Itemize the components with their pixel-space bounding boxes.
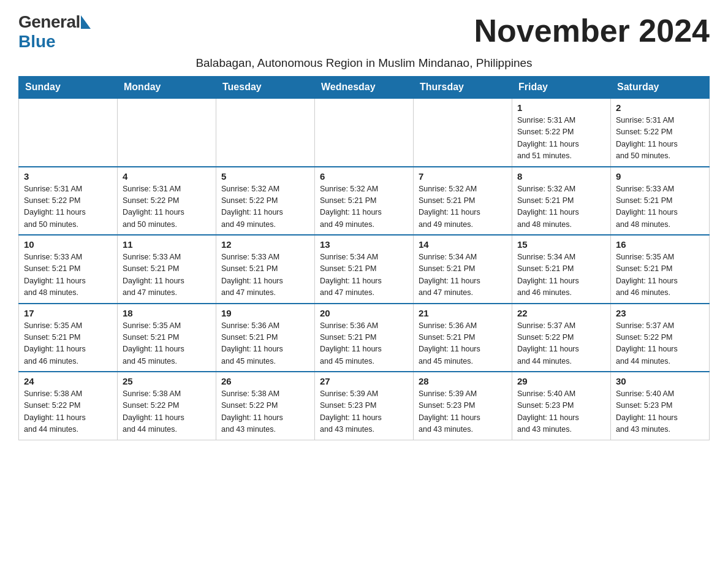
day-number: 25 [123, 376, 211, 386]
day-number: 16 [616, 239, 704, 250]
calendar-week-row-3: 10Sunrise: 5:33 AM Sunset: 5:21 PM Dayli… [19, 235, 710, 304]
weekday-header-wednesday: Wednesday [315, 77, 414, 99]
day-number: 10 [24, 239, 112, 250]
day-number: 21 [419, 308, 507, 318]
calendar-table: SundayMondayTuesdayWednesdayThursdayFrid… [18, 76, 710, 440]
day-info: Sunrise: 5:38 AM Sunset: 5:22 PM Dayligh… [221, 388, 309, 436]
calendar-cell: 26Sunrise: 5:38 AM Sunset: 5:22 PM Dayli… [216, 372, 315, 440]
calendar-cell: 30Sunrise: 5:40 AM Sunset: 5:23 PM Dayli… [611, 372, 710, 440]
day-number: 13 [320, 239, 408, 250]
calendar-cell: 13Sunrise: 5:34 AM Sunset: 5:21 PM Dayli… [315, 235, 414, 304]
day-info: Sunrise: 5:39 AM Sunset: 5:23 PM Dayligh… [320, 388, 408, 436]
day-info: Sunrise: 5:33 AM Sunset: 5:21 PM Dayligh… [123, 251, 211, 299]
calendar-cell [118, 98, 216, 167]
day-info: Sunrise: 5:32 AM Sunset: 5:21 PM Dayligh… [419, 183, 507, 231]
day-number: 4 [123, 171, 211, 182]
day-info: Sunrise: 5:37 AM Sunset: 5:22 PM Dayligh… [517, 320, 605, 368]
day-info: Sunrise: 5:33 AM Sunset: 5:21 PM Dayligh… [616, 183, 704, 231]
day-number: 24 [24, 376, 112, 386]
calendar-cell: 23Sunrise: 5:37 AM Sunset: 5:22 PM Dayli… [611, 304, 710, 372]
calendar-cell: 1Sunrise: 5:31 AM Sunset: 5:22 PM Daylig… [512, 98, 611, 167]
day-number: 3 [24, 171, 112, 182]
calendar-cell: 4Sunrise: 5:31 AM Sunset: 5:22 PM Daylig… [118, 167, 216, 236]
calendar-week-row-5: 24Sunrise: 5:38 AM Sunset: 5:22 PM Dayli… [19, 372, 710, 440]
calendar-week-row-2: 3Sunrise: 5:31 AM Sunset: 5:22 PM Daylig… [19, 167, 710, 236]
day-number: 7 [419, 171, 507, 182]
day-info: Sunrise: 5:39 AM Sunset: 5:23 PM Dayligh… [419, 388, 507, 436]
day-info: Sunrise: 5:35 AM Sunset: 5:21 PM Dayligh… [616, 251, 704, 299]
day-number: 20 [320, 308, 408, 318]
day-info: Sunrise: 5:38 AM Sunset: 5:22 PM Dayligh… [123, 388, 211, 436]
calendar-cell [414, 98, 512, 167]
calendar-cell: 3Sunrise: 5:31 AM Sunset: 5:22 PM Daylig… [19, 167, 118, 236]
day-info: Sunrise: 5:31 AM Sunset: 5:22 PM Dayligh… [123, 183, 211, 231]
calendar-cell: 28Sunrise: 5:39 AM Sunset: 5:23 PM Dayli… [414, 372, 512, 440]
day-number: 1 [517, 102, 605, 113]
calendar-cell: 24Sunrise: 5:38 AM Sunset: 5:22 PM Dayli… [19, 372, 118, 440]
logo-general-text: General [18, 12, 80, 32]
day-info: Sunrise: 5:32 AM Sunset: 5:21 PM Dayligh… [320, 183, 408, 231]
day-number: 17 [24, 308, 112, 318]
day-info: Sunrise: 5:36 AM Sunset: 5:21 PM Dayligh… [221, 320, 309, 368]
calendar-cell: 14Sunrise: 5:34 AM Sunset: 5:21 PM Dayli… [414, 235, 512, 304]
weekday-header-tuesday: Tuesday [216, 77, 315, 99]
weekday-header-thursday: Thursday [414, 77, 512, 99]
calendar-cell [315, 98, 414, 167]
day-number: 26 [221, 376, 309, 386]
day-info: Sunrise: 5:33 AM Sunset: 5:21 PM Dayligh… [221, 251, 309, 299]
calendar-cell: 27Sunrise: 5:39 AM Sunset: 5:23 PM Dayli… [315, 372, 414, 440]
weekday-header-monday: Monday [118, 77, 216, 99]
day-number: 12 [221, 239, 309, 250]
day-info: Sunrise: 5:35 AM Sunset: 5:21 PM Dayligh… [123, 320, 211, 368]
day-number: 19 [221, 308, 309, 318]
logo: General Blue [18, 12, 91, 52]
calendar-cell: 22Sunrise: 5:37 AM Sunset: 5:22 PM Dayli… [512, 304, 611, 372]
calendar-cell: 29Sunrise: 5:40 AM Sunset: 5:23 PM Dayli… [512, 372, 611, 440]
day-number: 28 [419, 376, 507, 386]
day-number: 14 [419, 239, 507, 250]
calendar-week-row-1: 1Sunrise: 5:31 AM Sunset: 5:22 PM Daylig… [19, 98, 710, 167]
day-info: Sunrise: 5:35 AM Sunset: 5:21 PM Dayligh… [24, 320, 112, 368]
day-number: 27 [320, 376, 408, 386]
day-info: Sunrise: 5:31 AM Sunset: 5:22 PM Dayligh… [517, 115, 605, 163]
day-number: 22 [517, 308, 605, 318]
calendar-cell: 10Sunrise: 5:33 AM Sunset: 5:21 PM Dayli… [19, 235, 118, 304]
logo-triangle-icon [81, 15, 91, 29]
calendar-cell: 5Sunrise: 5:32 AM Sunset: 5:22 PM Daylig… [216, 167, 315, 236]
day-info: Sunrise: 5:37 AM Sunset: 5:22 PM Dayligh… [616, 320, 704, 368]
day-info: Sunrise: 5:34 AM Sunset: 5:21 PM Dayligh… [320, 251, 408, 299]
day-info: Sunrise: 5:34 AM Sunset: 5:21 PM Dayligh… [419, 251, 507, 299]
calendar-cell: 11Sunrise: 5:33 AM Sunset: 5:21 PM Dayli… [118, 235, 216, 304]
calendar-cell: 6Sunrise: 5:32 AM Sunset: 5:21 PM Daylig… [315, 167, 414, 236]
calendar-cell: 19Sunrise: 5:36 AM Sunset: 5:21 PM Dayli… [216, 304, 315, 372]
day-info: Sunrise: 5:36 AM Sunset: 5:21 PM Dayligh… [320, 320, 408, 368]
day-number: 30 [616, 376, 704, 386]
day-info: Sunrise: 5:40 AM Sunset: 5:23 PM Dayligh… [616, 388, 704, 436]
calendar-cell: 8Sunrise: 5:32 AM Sunset: 5:21 PM Daylig… [512, 167, 611, 236]
day-number: 15 [517, 239, 605, 250]
day-info: Sunrise: 5:32 AM Sunset: 5:21 PM Dayligh… [517, 183, 605, 231]
page-header: General Blue November 2024 [18, 12, 710, 52]
day-number: 9 [616, 171, 704, 182]
day-info: Sunrise: 5:31 AM Sunset: 5:22 PM Dayligh… [616, 115, 704, 163]
calendar-cell [216, 98, 315, 167]
day-number: 29 [517, 376, 605, 386]
day-info: Sunrise: 5:36 AM Sunset: 5:21 PM Dayligh… [419, 320, 507, 368]
day-number: 8 [517, 171, 605, 182]
calendar-cell: 9Sunrise: 5:33 AM Sunset: 5:21 PM Daylig… [611, 167, 710, 236]
day-info: Sunrise: 5:40 AM Sunset: 5:23 PM Dayligh… [517, 388, 605, 436]
day-number: 5 [221, 171, 309, 182]
month-title: November 2024 [474, 12, 710, 49]
day-info: Sunrise: 5:33 AM Sunset: 5:21 PM Dayligh… [24, 251, 112, 299]
day-info: Sunrise: 5:32 AM Sunset: 5:22 PM Dayligh… [221, 183, 309, 231]
page-subtitle: Balabagan, Autonomous Region in Muslim M… [18, 56, 710, 70]
calendar-cell: 21Sunrise: 5:36 AM Sunset: 5:21 PM Dayli… [414, 304, 512, 372]
calendar-week-row-4: 17Sunrise: 5:35 AM Sunset: 5:21 PM Dayli… [19, 304, 710, 372]
calendar-cell: 12Sunrise: 5:33 AM Sunset: 5:21 PM Dayli… [216, 235, 315, 304]
calendar-cell: 17Sunrise: 5:35 AM Sunset: 5:21 PM Dayli… [19, 304, 118, 372]
calendar-cell [19, 98, 118, 167]
day-number: 2 [616, 102, 704, 113]
logo-blue-text: Blue [18, 32, 56, 51]
day-number: 11 [123, 239, 211, 250]
calendar-header-row: SundayMondayTuesdayWednesdayThursdayFrid… [19, 77, 710, 99]
